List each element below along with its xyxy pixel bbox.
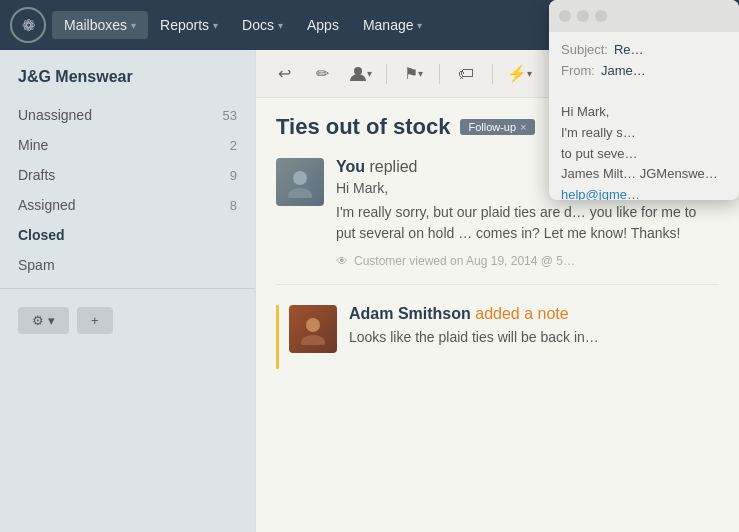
sidebar-item-unassigned-label: Unassigned — [18, 107, 92, 123]
gear-dropdown-arrow: ▾ — [48, 313, 55, 328]
popup-para-1: I'm really s… — [561, 123, 727, 144]
sidebar-item-drafts[interactable]: Drafts 9 — [0, 160, 255, 190]
svg-point-3 — [306, 318, 320, 332]
popup-overlay: Subject: Re… From: Jame… Hi Mark, I'm re… — [549, 0, 739, 200]
sidebar: J&G Menswear Unassigned 53 Mine 2 Drafts… — [0, 50, 255, 532]
plus-icon: + — [91, 313, 99, 328]
popup-from-value: Jame… — [601, 63, 646, 78]
toolbar-sep-3 — [492, 64, 493, 84]
popup-subject-label: Subject: — [561, 42, 608, 57]
popup-from-label: From: — [561, 63, 595, 78]
sidebar-divider — [0, 288, 255, 289]
sidebar-item-closed-label: Closed — [18, 227, 65, 243]
followup-badge: Follow-up × — [460, 119, 534, 135]
action-btn[interactable]: ⚡▾ — [503, 58, 535, 90]
message-action-1: added a note — [475, 305, 568, 322]
sidebar-item-drafts-label: Drafts — [18, 167, 55, 183]
popup-dot-3 — [595, 10, 607, 22]
assign-btn[interactable]: ▾ — [344, 58, 376, 90]
popup-dot-1 — [559, 10, 571, 22]
sidebar-item-spam[interactable]: Spam — [0, 250, 255, 280]
followup-badge-close[interactable]: × — [520, 121, 526, 133]
message-text-0: I'm really sorry, but our plaid ties are… — [336, 202, 719, 244]
nav-mailboxes-arrow: ▾ — [131, 20, 136, 31]
popup-body: Subject: Re… From: Jame… — [549, 32, 739, 94]
nav-docs-arrow: ▾ — [278, 20, 283, 31]
sidebar-item-unassigned[interactable]: Unassigned 53 — [0, 100, 255, 130]
message-text-1: Looks like the plaid ties will be back i… — [349, 327, 719, 348]
message-sender-0: You — [336, 158, 365, 175]
sidebar-item-assigned-label: Assigned — [18, 197, 76, 213]
flag-btn[interactable]: ⚑▾ — [397, 58, 429, 90]
nav-manage[interactable]: Manage ▾ — [351, 11, 435, 39]
nav-mailboxes[interactable]: Mailboxes ▾ — [52, 11, 148, 39]
nav-manage-label: Manage — [363, 17, 414, 33]
message-meta-0: 👁 Customer viewed on Aug 19, 2014 @ 5… — [336, 254, 719, 268]
toolbar-sep-1 — [386, 64, 387, 84]
popup-para-2: to put seve… — [561, 144, 727, 165]
nav-manage-arrow: ▾ — [417, 20, 422, 31]
message-item-1: Adam Smithson added a note Looks like th… — [276, 305, 719, 369]
nav-apps-label: Apps — [307, 17, 339, 33]
sidebar-item-mine[interactable]: Mine 2 — [0, 130, 255, 160]
sidebar-item-assigned[interactable]: Assigned 8 — [0, 190, 255, 220]
message-meta-text-0: Customer viewed on Aug 19, 2014 @ 5… — [354, 254, 575, 268]
message-body-1: Adam Smithson added a note Looks like th… — [349, 305, 719, 353]
nav-reports-label: Reports — [160, 17, 209, 33]
sidebar-item-mine-label: Mine — [18, 137, 48, 153]
email-subject: Ties out of stock — [276, 114, 450, 140]
sidebar-item-spam-label: Spam — [18, 257, 55, 273]
svg-point-0 — [354, 67, 362, 75]
svg-point-1 — [293, 171, 307, 185]
sidebar-item-mine-count: 2 — [230, 138, 237, 153]
nav-reports-arrow: ▾ — [213, 20, 218, 31]
avatar-adam — [289, 305, 337, 353]
popup-subject-value: Re… — [614, 42, 644, 57]
svg-point-4 — [301, 335, 325, 345]
popup-content: Hi Mark, I'm really s… to put seve… Jame… — [549, 94, 739, 200]
popup-link[interactable]: help@jgme… — [561, 185, 727, 200]
popup-subject-row: Subject: Re… — [561, 42, 727, 57]
popup-titlebar — [549, 0, 739, 32]
tag-btn[interactable]: 🏷 — [450, 58, 482, 90]
popup-para-3: James Milt… JGMenswe… — [561, 164, 727, 185]
sidebar-item-closed[interactable]: Closed — [0, 220, 255, 250]
nav-reports[interactable]: Reports ▾ — [148, 11, 230, 39]
message-sender-1: Adam Smithson — [349, 305, 471, 322]
sidebar-item-drafts-count: 9 — [230, 168, 237, 183]
avatar-you — [276, 158, 324, 206]
sidebar-item-unassigned-count: 53 — [223, 108, 237, 123]
message-action-0: replied — [369, 158, 417, 175]
eye-icon: 👁 — [336, 254, 348, 268]
nav-mailboxes-label: Mailboxes — [64, 17, 127, 33]
gear-icon: ⚙ — [32, 313, 44, 328]
edit-btn[interactable]: ✏ — [306, 58, 338, 90]
company-name: J&G Menswear — [0, 60, 255, 100]
popup-para-0: Hi Mark, — [561, 102, 727, 123]
popup-from-row: From: Jame… — [561, 63, 727, 78]
sidebar-item-assigned-count: 8 — [230, 198, 237, 213]
message-header-1: Adam Smithson added a note — [349, 305, 719, 323]
nav-docs[interactable]: Docs ▾ — [230, 11, 295, 39]
gear-button[interactable]: ⚙ ▾ — [18, 307, 69, 334]
sidebar-actions: ⚙ ▾ + — [0, 297, 255, 344]
followup-badge-label: Follow-up — [468, 121, 516, 133]
svg-point-2 — [288, 188, 312, 198]
toolbar-sep-2 — [439, 64, 440, 84]
nav-logo: ❁ — [10, 7, 46, 43]
nav-apps[interactable]: Apps — [295, 11, 351, 39]
popup-dot-2 — [577, 10, 589, 22]
reply-btn[interactable]: ↩ — [268, 58, 300, 90]
nav-docs-label: Docs — [242, 17, 274, 33]
add-button[interactable]: + — [77, 307, 113, 334]
